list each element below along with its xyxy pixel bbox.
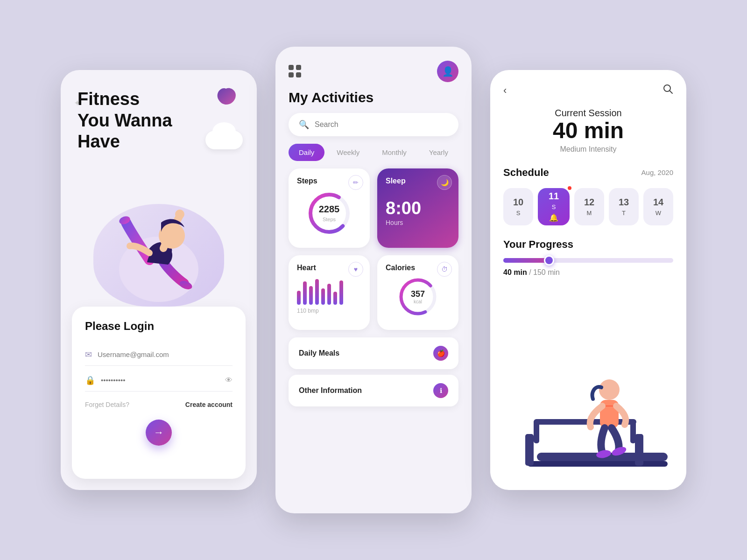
- svg-rect-13: [525, 434, 534, 466]
- search-icon: [663, 84, 673, 94]
- progress-section: Your Progress 40 min / 150 min: [490, 225, 686, 277]
- progress-title: Your Progress: [503, 238, 673, 251]
- sleep-icon[interactable]: 🌙: [437, 175, 452, 190]
- progress-total: 150 min: [533, 268, 560, 276]
- daily-meals-row[interactable]: Daily Meals 🍎: [289, 337, 458, 369]
- calories-card: Calories ⏱ 357 kcal: [377, 255, 458, 330]
- schedule-section: Schedule Aug, 2020 10 S 11 S 🔔 12: [490, 154, 686, 225]
- app-tagline: Fitness You Wanna Have: [78, 89, 240, 153]
- progress-fill: [503, 258, 549, 263]
- lock-icon: 🔒: [85, 375, 95, 385]
- filter-tabs: Daily Weekly Monthly Yearly: [275, 144, 472, 168]
- svg-point-18: [599, 379, 620, 400]
- heart-card: Heart ♥ 110 bmp: [289, 255, 370, 330]
- svg-point-4: [175, 210, 184, 219]
- session-intensity: Medium Intensity: [503, 145, 673, 154]
- back-button[interactable]: ‹: [503, 84, 507, 97]
- day-14[interactable]: 14 W: [643, 188, 673, 225]
- heart-bars: [297, 277, 361, 305]
- progress-current: 40 min: [503, 268, 527, 276]
- email-input-row[interactable]: ✉: [85, 344, 233, 366]
- login-title: Please Login: [85, 320, 233, 333]
- avatar[interactable]: 👤: [437, 61, 458, 82]
- progress-separator: /: [529, 268, 533, 276]
- day-13[interactable]: 13 T: [609, 188, 639, 225]
- notification-dot: [568, 186, 571, 190]
- phone-session: ‹ Current Session 40 min Medium Intensit…: [490, 70, 686, 490]
- search-icon: 🔍: [299, 119, 309, 130]
- steps-edit-icon[interactable]: ✏: [348, 175, 363, 190]
- svg-line-10: [669, 91, 672, 93]
- activities-title: My Activities: [275, 82, 472, 105]
- tab-yearly[interactable]: Yearly: [419, 144, 458, 161]
- heart-icon[interactable]: ♥: [348, 262, 363, 277]
- meals-icon[interactable]: 🍎: [433, 346, 448, 361]
- treadmill-illustration: [490, 286, 686, 490]
- steps-card: Steps ✏ 2285: [289, 168, 370, 248]
- grid-menu-icon[interactable]: [289, 65, 302, 78]
- treadmill-svg: [500, 359, 677, 490]
- steps-value: 2285: [319, 204, 340, 215]
- submit-button[interactable]: →: [146, 420, 172, 446]
- email-icon: ✉: [85, 350, 92, 360]
- login-box: Please Login ✉ 🔒 👁 Forget Details? Creat…: [72, 307, 246, 479]
- other-info-row[interactable]: Other Information ℹ: [289, 375, 458, 406]
- yoga-illustration: [61, 157, 257, 307]
- info-icon[interactable]: ℹ: [433, 383, 448, 398]
- steps-unit: Steps: [323, 217, 336, 222]
- session-duration: 40 min: [503, 119, 673, 143]
- schedule-title: Schedule: [503, 167, 549, 179]
- sleep-value: 8:00: [386, 199, 450, 217]
- phone-activities: 👤 My Activities 🔍 Daily Weekly Monthly Y…: [275, 47, 472, 513]
- day-12[interactable]: 12 M: [574, 188, 604, 225]
- search-bar[interactable]: 🔍: [289, 113, 458, 136]
- session-title-area: Current Session 40 min Medium Intensity: [490, 97, 686, 154]
- password-field[interactable]: [101, 376, 219, 384]
- tab-weekly[interactable]: Weekly: [326, 144, 370, 161]
- heart-calories-row: Heart ♥ 110 bmp Calories ⏱: [275, 255, 472, 330]
- arrow-icon: →: [154, 427, 164, 439]
- heart-bpm: 110 bmp: [297, 308, 361, 314]
- steps-sleep-row: Steps ✏ 2285: [275, 168, 472, 248]
- forget-details-link[interactable]: Forget Details?: [85, 401, 129, 408]
- svg-rect-12: [528, 461, 668, 467]
- calories-value: 357: [411, 289, 425, 299]
- day-10[interactable]: 10 S: [503, 188, 533, 225]
- day-row: 10 S 11 S 🔔 12 M 13 T: [503, 188, 673, 225]
- sleep-card: Sleep 🌙 8:00 Hours: [377, 168, 458, 248]
- progress-track: [503, 258, 673, 263]
- calories-unit: kcal: [411, 299, 425, 304]
- search-input[interactable]: [315, 120, 448, 129]
- eye-icon[interactable]: 👁: [225, 376, 233, 385]
- session-header: ‹: [490, 70, 686, 97]
- svg-rect-17: [534, 419, 636, 425]
- tab-monthly[interactable]: Monthly: [372, 144, 417, 161]
- sleep-unit: Hours: [386, 219, 450, 226]
- login-links: Forget Details? Create account: [85, 401, 233, 408]
- schedule-header: Schedule Aug, 2020: [503, 167, 673, 179]
- password-input-row[interactable]: 🔒 👁: [85, 370, 233, 392]
- progress-text: 40 min / 150 min: [503, 268, 673, 277]
- schedule-date: Aug, 2020: [641, 168, 673, 176]
- session-label: Current Session: [503, 108, 673, 119]
- activities-header: 👤: [275, 47, 472, 82]
- day-11-wrapper: 11 S 🔔: [538, 188, 570, 225]
- other-info-label: Other Information: [299, 386, 362, 395]
- calories-icon[interactable]: ⏱: [437, 262, 452, 277]
- create-account-link[interactable]: Create account: [185, 401, 233, 408]
- progress-handle[interactable]: [544, 255, 554, 266]
- phone-login: ✦ Fitness You Wanna Have: [61, 70, 257, 490]
- tab-daily[interactable]: Daily: [289, 144, 324, 161]
- day-11[interactable]: 11 S 🔔: [538, 188, 570, 225]
- search-button[interactable]: [663, 84, 673, 97]
- daily-meals-label: Daily Meals: [299, 349, 339, 357]
- email-field[interactable]: [98, 350, 233, 358]
- svg-rect-14: [635, 434, 643, 466]
- yoga-person-svg: [103, 176, 215, 307]
- bell-icon: 🔔: [549, 213, 558, 222]
